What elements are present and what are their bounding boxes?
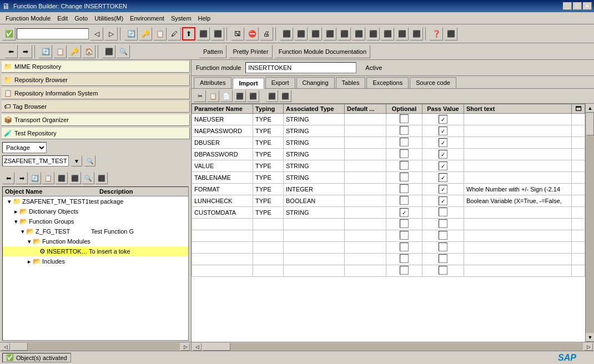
hscroll-right-btn[interactable]: ▷ [181, 343, 190, 351]
nav-test-repository[interactable]: 🧪 Test Repository [1, 127, 190, 139]
nav-filter-btn[interactable]: ⬛ [95, 172, 108, 184]
checkbox[interactable] [439, 138, 447, 147]
icon3[interactable]: ⬛ [309, 27, 322, 41]
checkbox[interactable] [439, 127, 447, 135]
menu-function-module[interactable]: Function Module [2, 14, 54, 23]
package-input[interactable] [2, 155, 69, 166]
copy-btn[interactable]: 📋 [207, 90, 219, 102]
checkbox-cell[interactable] [386, 265, 422, 277]
maximize-button[interactable]: □ [573, 2, 582, 10]
checkbox-cell[interactable] [386, 195, 422, 207]
checkbox[interactable] [439, 115, 447, 124]
fb-btn7[interactable]: ⬛ [102, 45, 115, 58]
table-row[interactable]: NAEPASSWORDTYPESTRING [192, 125, 585, 137]
checkbox[interactable] [400, 254, 409, 263]
pretty-printer-btn[interactable]: Pretty Printer [229, 45, 272, 58]
fm-name-input[interactable] [245, 62, 356, 73]
table-row[interactable]: LUNHCHECKTYPEBOOLEANBoolean Variable (X=… [192, 195, 585, 207]
nav-back-btn[interactable]: ⬅ [2, 172, 14, 184]
nav-btn5[interactable]: ⬛ [211, 27, 224, 41]
fb-btn3[interactable]: 🔄 [39, 45, 52, 58]
menu-edit[interactable]: Edit [54, 14, 71, 23]
nav-search-btn[interactable]: 🔍 [82, 172, 94, 184]
checkbox[interactable] [400, 231, 409, 240]
close-button[interactable]: ✕ [583, 2, 592, 10]
nav-repo-info-system[interactable]: 📋 Repository Information System [1, 87, 190, 99]
checkbox-cell[interactable] [386, 219, 422, 230]
checkbox-cell[interactable] [386, 137, 422, 149]
fm-doc-btn[interactable]: Function Module Documentation [275, 45, 370, 58]
checkbox-cell[interactable] [386, 242, 422, 254]
command-field[interactable] [17, 28, 89, 39]
tree-item[interactable]: ▾ 📂 Function Groups [3, 216, 188, 226]
tree-expand-icon[interactable]: ▾ [6, 198, 13, 205]
checkbox[interactable] [439, 150, 447, 159]
checkbox-cell[interactable] [422, 195, 464, 207]
checkbox[interactable] [400, 161, 409, 170]
table-row[interactable]: FORMATTYPEINTEGERWhole Number with +/- S… [192, 184, 585, 195]
table-row[interactable] [192, 242, 585, 254]
nav-transport-organizer[interactable]: 📦 Transport Organizer [1, 114, 190, 126]
nav-btn2[interactable]: 📋 [153, 27, 167, 41]
checkbox-cell[interactable] [386, 184, 422, 195]
tab-exceptions[interactable]: Exceptions [366, 77, 409, 88]
checkbox[interactable] [400, 126, 409, 135]
tree-item[interactable]: ▾ 📂 Z_FG_TEST Test Function G [3, 226, 188, 236]
icon8[interactable]: ⬛ [381, 27, 394, 41]
tab-attributes[interactable]: Attributes [194, 77, 231, 88]
tree-item[interactable]: ▸ 📂 Dictionary Objects [3, 206, 188, 216]
checkbox-cell[interactable] [386, 254, 422, 265]
checkbox-cell[interactable] [422, 230, 464, 242]
package-type-select[interactable]: Package [2, 142, 47, 153]
vscroll-down-btn[interactable]: ▼ [586, 333, 594, 342]
menu-goto[interactable]: Goto [71, 14, 91, 23]
table-row[interactable]: NAEUSERTYPESTRING [192, 114, 585, 125]
icon2[interactable]: ⬛ [294, 27, 308, 41]
table-row[interactable] [192, 254, 585, 265]
checkbox[interactable] [400, 196, 409, 205]
table-hscroll-thumb[interactable] [203, 343, 230, 351]
tree-item[interactable]: ▸ 📂 Includes [3, 256, 188, 266]
icon9[interactable]: ⬛ [395, 27, 409, 41]
tab-import[interactable]: Import [233, 78, 264, 89]
fb-btn8[interactable]: 🔍 [117, 45, 130, 58]
nav-tag-browser[interactable]: 🏷 Tag Browser [1, 100, 190, 113]
nav-refresh-btn[interactable]: 🔄 [29, 172, 41, 184]
menu-help[interactable]: Help [195, 14, 214, 23]
checkbox-cell[interactable] [386, 172, 422, 184]
table-row[interactable] [192, 219, 585, 230]
menu-utilities[interactable]: Utilities(M) [91, 14, 127, 23]
tree-item[interactable]: ▾ 📂 Function Modules [3, 236, 188, 246]
checkbox-cell[interactable] [386, 114, 422, 125]
vscroll-thumb[interactable] [586, 113, 594, 135]
checkbox[interactable] [400, 114, 409, 123]
checkbox-cell[interactable] [386, 125, 422, 137]
fb-btn6[interactable]: 🏠 [82, 45, 95, 58]
table-hscroll-track[interactable] [203, 343, 583, 351]
tree-expand-icon[interactable]: ▸ [26, 258, 33, 265]
icon1[interactable]: ⬛ [280, 27, 293, 41]
tab-changing[interactable]: Changing [296, 77, 335, 88]
pattern-btn[interactable]: Pattern [199, 45, 226, 58]
menu-environment[interactable]: Environment [127, 14, 168, 23]
checkbox[interactable] [439, 242, 447, 251]
checkbox-cell[interactable] [422, 207, 464, 219]
save-btn[interactable]: 🖫 [231, 27, 244, 41]
table-hscroll-left[interactable]: ◁ [193, 343, 202, 351]
up-arrow-btn[interactable]: ⬆ [182, 27, 195, 41]
checkbox[interactable] [400, 184, 409, 193]
checkbox[interactable] [400, 138, 409, 146]
checkbox[interactable] [400, 173, 409, 181]
tab-tables[interactable]: Tables [336, 77, 366, 88]
checkbox[interactable] [439, 208, 447, 216]
checkbox[interactable] [400, 149, 409, 158]
hscroll-thumb[interactable] [11, 343, 28, 351]
package-search-btn[interactable]: 🔍 [84, 155, 95, 166]
checkbox[interactable] [439, 173, 447, 182]
checkbox[interactable] [439, 196, 447, 205]
icon7[interactable]: ⬛ [366, 27, 380, 41]
checkbox[interactable] [439, 254, 447, 263]
tree-expand-icon[interactable]: ▸ [13, 208, 19, 215]
print-btn[interactable]: 🖨 [260, 27, 273, 41]
table-row[interactable]: DBPASSWORDTYPESTRING [192, 149, 585, 160]
